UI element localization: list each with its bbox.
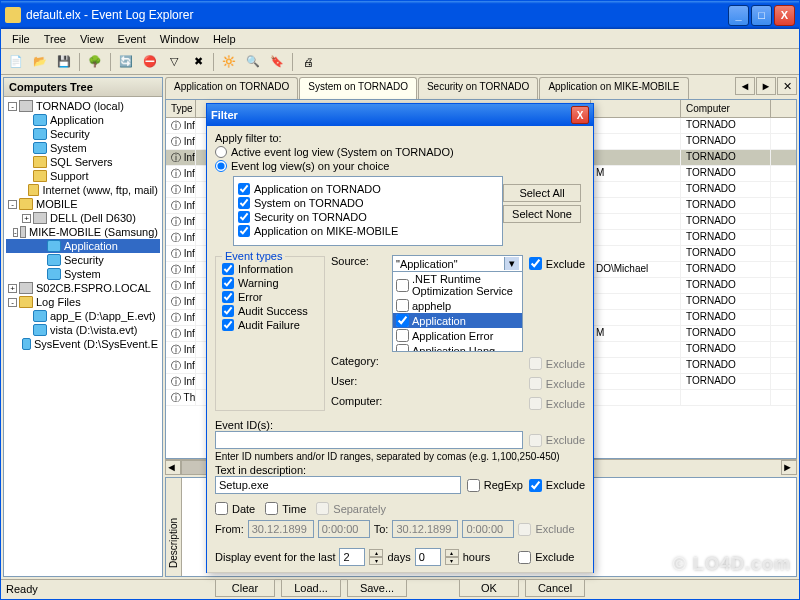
text-exclude[interactable]: Exclude	[529, 479, 585, 492]
tree-node[interactable]: Security	[6, 127, 160, 141]
from-date[interactable]	[248, 520, 314, 538]
days-down[interactable]: ▾	[369, 557, 383, 565]
menu-help[interactable]: Help	[206, 31, 243, 47]
tree-toggle-icon[interactable]: +	[22, 214, 31, 223]
source-item-1[interactable]: apphelp	[393, 298, 522, 313]
tab-1[interactable]: System on TORNADO	[299, 77, 417, 99]
hours-down[interactable]: ▾	[445, 557, 459, 565]
select-all-button[interactable]: Select All	[503, 184, 581, 202]
tree-node[interactable]: SysEvent (D:\SysEvent.E	[6, 337, 160, 351]
tool-save[interactable]: 💾	[53, 51, 75, 73]
minimize-button[interactable]: _	[728, 5, 749, 26]
tool-properties[interactable]: 🔆	[218, 51, 240, 73]
tab-0[interactable]: Application on TORNADO	[165, 77, 298, 99]
tool-find[interactable]: 🔍	[242, 51, 264, 73]
maximize-button[interactable]: □	[751, 5, 772, 26]
source-exclude[interactable]: Exclude	[529, 257, 585, 270]
tool-filter[interactable]: ▽	[163, 51, 185, 73]
tool-new[interactable]: 📄	[5, 51, 27, 73]
radio-active-view[interactable]: Active event log view (System on TORNADO…	[215, 146, 585, 158]
tree-node[interactable]: Internet (www, ftp, mail)	[6, 183, 160, 197]
tree-node[interactable]: -MIKE-MOBILE (Samsung)	[6, 225, 160, 239]
load-button[interactable]: Load...	[281, 579, 341, 597]
tab-next[interactable]: ►	[756, 77, 776, 95]
days-up[interactable]: ▴	[369, 549, 383, 557]
tree-node[interactable]: Application	[6, 113, 160, 127]
tool-stop[interactable]: ⛔	[139, 51, 161, 73]
scroll-left[interactable]: ◄	[165, 460, 181, 475]
description-tab[interactable]: Description	[166, 478, 182, 576]
view-check-1[interactable]: System on TORNADO	[238, 197, 498, 209]
eventid-exclude[interactable]: Exclude	[529, 434, 585, 447]
event-ids-input[interactable]	[215, 431, 523, 449]
col-computer[interactable]: Computer	[681, 100, 771, 117]
text-input[interactable]	[215, 476, 461, 494]
tree-node[interactable]: Support	[6, 169, 160, 183]
last-hours-input[interactable]	[415, 548, 441, 566]
tree-node[interactable]: app_E (D:\app_E.evt)	[6, 309, 160, 323]
cancel-button[interactable]: Cancel	[525, 579, 585, 597]
time-check[interactable]: Time	[265, 502, 306, 515]
tree-node[interactable]: +S02CB.FSPRO.LOCAL	[6, 281, 160, 295]
last-days-input[interactable]	[339, 548, 365, 566]
type-audit-success[interactable]: Audit Success	[222, 305, 318, 317]
tree-node[interactable]: -Log Files	[6, 295, 160, 309]
menu-event[interactable]: Event	[111, 31, 153, 47]
type-audit-failure[interactable]: Audit Failure	[222, 319, 318, 331]
source-item-4[interactable]: Application Hang	[393, 343, 522, 351]
tree-node[interactable]: Application	[6, 239, 160, 253]
user-exclude[interactable]: Exclude	[529, 377, 585, 390]
tree-toggle-icon[interactable]: -	[8, 298, 17, 307]
save-button[interactable]: Save...	[347, 579, 407, 597]
tree-toggle-icon[interactable]: -	[13, 228, 18, 237]
tree-toggle-icon[interactable]: +	[8, 284, 17, 293]
source-item-2[interactable]: Application	[393, 313, 522, 328]
computer-exclude[interactable]: Exclude	[529, 397, 585, 410]
dialog-titlebar[interactable]: Filter X	[207, 104, 593, 126]
tree-node[interactable]: System	[6, 267, 160, 281]
ok-button[interactable]: OK	[459, 579, 519, 597]
close-button[interactable]: X	[774, 5, 795, 26]
source-combo[interactable]: "Application"▾ .NET Runtime Optimization…	[392, 255, 523, 352]
titlebar[interactable]: default.elx - Event Log Explorer _ □ X	[1, 1, 799, 29]
select-none-button[interactable]: Select None	[503, 205, 581, 223]
tab-prev[interactable]: ◄	[735, 77, 755, 95]
tab-close[interactable]: ✕	[777, 77, 797, 95]
source-item-3[interactable]: Application Error	[393, 328, 522, 343]
tree-node[interactable]: vista (D:\vista.evt)	[6, 323, 160, 337]
tool-tree[interactable]: 🌳	[84, 51, 106, 73]
type-error[interactable]: Error	[222, 291, 318, 303]
tab-3[interactable]: Application on MIKE-MOBILE	[539, 77, 688, 99]
tree-node[interactable]: -MOBILE	[6, 197, 160, 211]
dialog-close-button[interactable]: X	[571, 106, 589, 124]
regexp-check[interactable]: RegExp	[467, 479, 523, 492]
tool-refresh[interactable]: 🔄	[115, 51, 137, 73]
to-date[interactable]	[392, 520, 458, 538]
scroll-right[interactable]: ►	[781, 460, 797, 475]
view-check-3[interactable]: Application on MIKE-MOBILE	[238, 225, 498, 237]
menu-view[interactable]: View	[73, 31, 111, 47]
tree-node[interactable]: -TORNADO (local)	[6, 99, 160, 113]
tool-bookmark[interactable]: 🔖	[266, 51, 288, 73]
radio-choice-view[interactable]: Event log view(s) on your choice	[215, 160, 585, 172]
menu-window[interactable]: Window	[153, 31, 206, 47]
tree-node[interactable]: Security	[6, 253, 160, 267]
menu-tree[interactable]: Tree	[37, 31, 73, 47]
tool-print[interactable]: 🖨	[297, 51, 319, 73]
tool-open[interactable]: 📂	[29, 51, 51, 73]
tree-toggle-icon[interactable]: -	[8, 102, 17, 111]
view-check-0[interactable]: Application on TORNADO	[238, 183, 498, 195]
type-information[interactable]: Information	[222, 263, 318, 275]
tree-toggle-icon[interactable]: -	[8, 200, 17, 209]
computers-tree[interactable]: -TORNADO (local)ApplicationSecuritySyste…	[4, 97, 162, 353]
col-type[interactable]: Type	[166, 100, 196, 117]
hours-up[interactable]: ▴	[445, 549, 459, 557]
last-exclude[interactable]: Exclude	[518, 551, 574, 564]
from-time[interactable]	[318, 520, 370, 538]
type-warning[interactable]: Warning	[222, 277, 318, 289]
tree-node[interactable]: System	[6, 141, 160, 155]
tab-2[interactable]: Security on TORNADO	[418, 77, 538, 99]
tool-delete[interactable]: ✖	[187, 51, 209, 73]
view-check-2[interactable]: Security on TORNADO	[238, 211, 498, 223]
to-time[interactable]	[462, 520, 514, 538]
